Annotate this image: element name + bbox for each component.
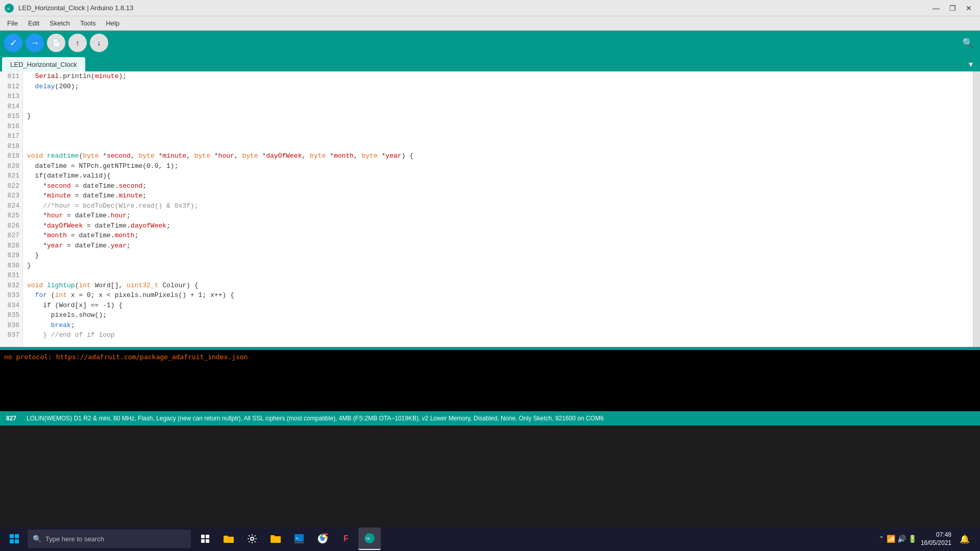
menu-file[interactable]: File: [2, 18, 23, 28]
main-content: 8118128138148158168178188198208218228238…: [0, 71, 980, 527]
code-line: void lightup(int Word[], uint32_t Colour…: [27, 281, 969, 291]
clock-area[interactable]: 07:48 16/05/2021: [921, 531, 951, 547]
code-line: [27, 121, 969, 132]
line-number: 832: [0, 281, 19, 291]
line-number: 813: [0, 91, 19, 102]
code-line: }: [27, 251, 969, 261]
line-number: 818: [0, 141, 19, 152]
tab-dropdown-button[interactable]: ▼: [964, 57, 978, 71]
start-button[interactable]: [2, 527, 27, 551]
system-tray: ⌃ 📶 🔊 🔋 07:48 16/05/2021 🔔: [874, 528, 978, 550]
line-number: 821: [0, 171, 19, 181]
unknown-app-taskbar-button[interactable]: >_: [288, 528, 310, 550]
code-line: pixels.show();: [27, 310, 969, 320]
tab-bar: LED_Horizontal_Clock ▼: [0, 55, 980, 71]
upload-button[interactable]: →: [26, 34, 44, 52]
code-line: delay(200);: [27, 82, 969, 92]
notification-button[interactable]: 🔔: [955, 528, 974, 550]
line-number: 837: [0, 330, 19, 340]
code-line: *month = dateTime.month;: [27, 231, 969, 241]
explorer-taskbar-button[interactable]: [264, 528, 287, 550]
code-line: *second = dateTime.second;: [27, 181, 969, 191]
clock-time: 07:48: [921, 531, 951, 539]
line-number: 811: [0, 71, 19, 82]
line-number: 817: [0, 131, 19, 141]
menu-help[interactable]: Help: [101, 18, 125, 28]
save-button[interactable]: ↓: [90, 34, 108, 52]
line-number: 830: [0, 261, 19, 271]
taskbar: 🔍 Type here to search: [0, 527, 980, 551]
code-line: if(dateTime.valid){: [27, 171, 969, 181]
svg-point-20: [321, 537, 325, 541]
title-bar-controls: — ❐ ✕: [929, 3, 976, 13]
line-number: 822: [0, 181, 19, 191]
svg-text:>_: >_: [296, 536, 301, 541]
minimize-button[interactable]: —: [929, 3, 943, 13]
tray-chevron-icon[interactable]: ⌃: [878, 535, 885, 543]
code-line: [27, 270, 969, 281]
code-line: [27, 91, 969, 102]
svg-rect-5: [15, 539, 19, 543]
window-title: LED_Horizontal_Clock | Arduino 1.8.13: [18, 4, 133, 12]
code-line: break;: [27, 320, 969, 331]
battery-icon[interactable]: 🔋: [908, 535, 917, 543]
search-bar[interactable]: 🔍 Type here to search: [28, 530, 191, 548]
folder-icon: [270, 534, 281, 544]
menu-edit[interactable]: Edit: [23, 18, 44, 28]
file-explorer-icon: [223, 534, 234, 544]
arduino-taskbar-button[interactable]: ∞: [358, 528, 381, 550]
menu-tools[interactable]: Tools: [75, 18, 101, 28]
line-number: 825: [0, 211, 19, 221]
svg-rect-7: [206, 535, 209, 538]
svg-rect-16: [295, 542, 304, 543]
volume-icon[interactable]: 🔊: [897, 535, 906, 543]
svg-text:∞: ∞: [7, 6, 10, 11]
app-window: ∞ LED_Horizontal_Clock | Arduino 1.8.13 …: [0, 0, 980, 551]
svg-text:∞: ∞: [366, 535, 371, 542]
file-explorer-taskbar-button[interactable]: [217, 528, 240, 550]
code-line: [27, 141, 969, 152]
settings-taskbar-button[interactable]: [241, 528, 263, 550]
editor-scrollbar[interactable]: [973, 71, 980, 347]
line-number: 834: [0, 300, 19, 311]
task-view-button[interactable]: [194, 528, 216, 550]
settings-icon: [247, 534, 257, 544]
svg-rect-6: [201, 535, 205, 538]
menu-bar: File Edit Sketch Tools Help: [0, 16, 980, 31]
tray-icons: ⌃ 📶 🔊 🔋: [878, 535, 917, 543]
line-number: 828: [0, 241, 19, 251]
svg-rect-11: [224, 536, 228, 538]
verify-button[interactable]: ✓: [4, 34, 22, 52]
network-icon[interactable]: 📶: [887, 535, 895, 543]
clock-date: 16/05/2021: [921, 539, 951, 547]
svg-rect-3: [15, 534, 19, 538]
task-view-icon: [201, 534, 210, 543]
code-line: *hour = dateTime.hour;: [27, 211, 969, 221]
file-tab[interactable]: LED_Horizontal_Clock: [2, 57, 85, 71]
editor-area[interactable]: 8118128138148158168178188198208218228238…: [0, 71, 980, 347]
arduino-icon: ∞: [364, 533, 375, 544]
chrome-taskbar-button[interactable]: [311, 528, 334, 550]
code-line: }: [27, 261, 969, 271]
search-placeholder-text: Type here to search: [45, 535, 104, 543]
unknown-app-icon: >_: [294, 534, 304, 544]
maximize-button[interactable]: ❐: [945, 3, 960, 13]
code-line: if (Word[x] == -1) {: [27, 300, 969, 311]
line-number: 831: [0, 270, 19, 281]
line-number: 814: [0, 102, 19, 112]
line-number: 829: [0, 251, 19, 261]
serial-monitor-button[interactable]: 🔍: [960, 35, 976, 51]
f-app-taskbar-button[interactable]: F: [335, 528, 357, 550]
menu-sketch[interactable]: Sketch: [44, 18, 75, 28]
open-button[interactable]: ↑: [68, 34, 87, 52]
line-number: 816: [0, 121, 19, 132]
line-number: 836: [0, 320, 19, 331]
toolbar: ✓ → 📄 ↑ ↓ 🔍: [0, 31, 980, 55]
code-line: dateTime = NTPch.getNTPtime(0.0, 1);: [27, 161, 969, 171]
code-line: [27, 131, 969, 141]
code-content[interactable]: Serial.println(minute); delay(200); } vo…: [23, 71, 973, 347]
close-button[interactable]: ✕: [962, 3, 976, 13]
svg-rect-4: [10, 539, 14, 543]
chrome-icon: [317, 533, 328, 544]
new-button[interactable]: 📄: [47, 34, 65, 52]
